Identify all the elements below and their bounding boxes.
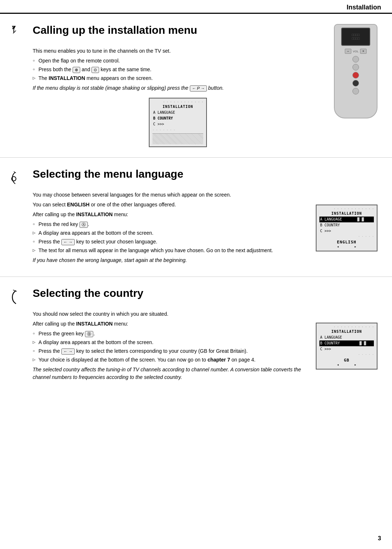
section2-header: Selecting the menu language (11, 168, 309, 188)
screen3-bottom-label: GB (319, 358, 374, 363)
section2-title: Selecting the menu language (33, 168, 183, 180)
section3-title: Selecting the country (33, 287, 143, 299)
screen-noise-top: · · · · · · · · · · · · (152, 101, 203, 104)
screen3-title: INSTALLATION (319, 330, 374, 334)
screen2-bottom-label: ENGLISH (319, 240, 374, 245)
screen2-title: INSTALLATION (319, 211, 374, 215)
section3-icon (11, 288, 28, 307)
section1-intro: This menu enables you to tune in the cha… (33, 47, 323, 55)
key-b: Ⓑ (85, 331, 93, 337)
remote-vol-label: VOL (353, 50, 359, 53)
step-item: Press the ← → key to select the letters … (33, 347, 309, 355)
section1-header: Calling up the installation menu (11, 24, 323, 44)
screen3-noise-top: · · · · · · · · · · · · (319, 326, 374, 329)
screen3-nav: ◂ ▸ (319, 363, 374, 367)
section3-screen-wrapper: · · · · · · · · · · · · INSTALLATION A L… (316, 287, 381, 383)
step-item: Press the ← → key to select your chosen … (33, 238, 309, 246)
section2-intro1: You may choose between several languages… (33, 191, 309, 199)
section1-title: Calling up the installation menu (33, 24, 197, 36)
remote-black-btn[interactable] (352, 80, 359, 86)
section2-screen-wrapper: · · · · · · · · · · · · INSTALLATION A L… (316, 168, 381, 266)
step-item: Press the red key Ⓐ. (33, 221, 309, 228)
screen2-row-country: B COUNTRY (319, 222, 374, 228)
section3-intro1: You should now select the country in whi… (33, 310, 309, 318)
screen3-row-language: A LANGUAGE (319, 335, 374, 340)
remote-btn-b[interactable] (352, 88, 359, 94)
section2-steps: Press the red key Ⓐ. A display area appe… (33, 221, 309, 254)
step-item: The text for all menus will appear in th… (33, 247, 309, 254)
key-p-symbol: ← P → (190, 85, 207, 92)
key-symbol: ⊙ (91, 67, 99, 73)
key-arrow2: ← → (61, 348, 75, 355)
section1-steps: Open the flap on the remote control. Pre… (33, 57, 323, 82)
screen-title: INSTALLATION (152, 105, 203, 109)
remote-display: □□□□□□□□ (341, 28, 370, 46)
remote-plus-btn[interactable]: + (360, 49, 367, 54)
screen2-dots: · · · · · (319, 235, 374, 238)
step-item: Press both the ⊕ and ⊙ keys at the same … (33, 66, 323, 73)
section2-body: You may choose between several languages… (33, 191, 309, 264)
screen2-noise-top: · · · · · · · · · · · · (319, 207, 374, 211)
key-a: Ⓐ (79, 222, 88, 228)
screen2-row-language: A LANGUAGE ▓ ▓ (319, 217, 374, 222)
section-select-country: Selecting the country You should now sel… (0, 277, 392, 398)
section3-note: The selected country affects the tuning-… (33, 366, 309, 381)
screen3-row-c: C >>> (319, 346, 374, 352)
remote-display-text: □□□□□□□□ (352, 33, 360, 40)
remote-minus-btn[interactable]: − (345, 49, 351, 54)
section3-body: You should now select the country in whi… (33, 310, 309, 381)
step-item: A display area appears at the bottom of … (33, 339, 309, 346)
section1-content: Calling up the installation menu This me… (11, 24, 330, 147)
section3-screen: · · · · · · · · · · · · INSTALLATION A L… (316, 323, 377, 370)
step-item: Press the green key Ⓑ. (33, 330, 309, 338)
section3-header: Selecting the country (11, 287, 309, 307)
remote-colored-buttons (338, 56, 374, 94)
section1-screen-wrapper: · · · · · · · · · · · · INSTALLATION A L… (33, 98, 323, 147)
screen-bottom-noise: · · · · · · · (152, 129, 203, 132)
section2-note: If you have chosen the wrong language, s… (33, 257, 309, 264)
section1-icon (11, 25, 28, 44)
remote-vol-row: − VOL + (345, 49, 367, 54)
screen2-nav: ◂ ▸ (319, 245, 374, 249)
screen-noise-bottom (152, 133, 203, 144)
key-arrow: ← → (61, 239, 75, 245)
step-item: Open the flap on the remote control. (33, 57, 323, 65)
screen-row-c: C >>> (152, 121, 203, 127)
remote-red-btn[interactable] (352, 72, 359, 78)
step-item: The INSTALLATION menu appears on the scr… (33, 74, 323, 82)
section3-intro2: After calling up the INSTALLATION menu: (33, 320, 309, 328)
screen2-row-c: C >>> (319, 228, 374, 234)
step-item: A display area appears at the bottom of … (33, 229, 309, 237)
section3-content: Selecting the country You should now sel… (11, 287, 316, 383)
section-menu-language: Selecting the menu language You may choo… (0, 158, 392, 277)
section2-intro2: You can select ENGLISH or one of the oth… (33, 201, 309, 209)
remote-btn-2[interactable] (352, 64, 359, 70)
page-header: Installation (0, 0, 392, 14)
section3-steps: Press the green key Ⓑ. A display area ap… (33, 330, 309, 364)
section1-body: This menu enables you to tune in the cha… (33, 47, 323, 147)
remote-btn-1[interactable] (352, 56, 359, 62)
screen-row-language: A LANGUAGE (152, 110, 203, 116)
screen3-dots: · · · · · (319, 353, 374, 356)
key-symbol: ⊕ (73, 67, 80, 73)
section1-remote: □□□□□□□□ − VOL + (330, 24, 381, 147)
section-calling-up: Calling up the installation menu This me… (0, 14, 392, 158)
step-item: Your choice is displayed at the bottom o… (33, 356, 309, 364)
screen-row-country: B COUNTRY (152, 116, 203, 121)
screen3-row-country: B COUNTRY ▓ ▓ (319, 340, 374, 346)
section2-content: Selecting the menu language You may choo… (11, 168, 316, 266)
section1-note: If the menu display is not stable (image… (33, 84, 323, 92)
section2-icon (11, 169, 28, 188)
page-number: 3 (378, 535, 381, 542)
header-title: Installation (347, 4, 381, 11)
remote-control: □□□□□□□□ − VOL + (334, 24, 377, 118)
section2-screen: · · · · · · · · · · · · INSTALLATION A L… (316, 205, 377, 251)
section1-screen: · · · · · · · · · · · · INSTALLATION A L… (149, 98, 207, 147)
section2-intro3: After calling up the INSTALLATION menu: (33, 211, 309, 218)
